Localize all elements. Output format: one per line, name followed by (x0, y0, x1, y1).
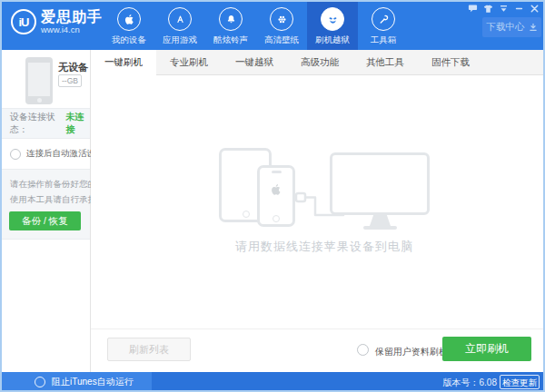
block-itunes-checkbox[interactable] (35, 377, 45, 387)
main-nav: 我的设备 应用游戏 酷炫铃声 高清壁纸 (104, 0, 409, 50)
download-center-button[interactable]: 下载中心 (482, 17, 541, 37)
nav-label: 刷机越狱 (315, 34, 350, 46)
nav-label: 应用游戏 (163, 34, 197, 46)
download-center-label: 下载中心 (487, 21, 525, 34)
flash-now-button[interactable]: 立即刷机 (442, 337, 531, 361)
flash-tab-bar: 一键刷机 专业刷机 一键越狱 高级功能 其他工具 固件下载 (91, 50, 545, 75)
nav-item-flash-jailbreak[interactable]: 刷机越狱 (307, 0, 358, 50)
jailbreak-mask-icon (321, 7, 344, 31)
bell-icon (219, 7, 243, 31)
monitor-illustration (330, 152, 430, 215)
device-name: 无设备 (58, 61, 88, 74)
menu-icon[interactable] (499, 4, 509, 14)
device-info-section: 无设备 --GB (0, 50, 90, 108)
close-icon[interactable] (530, 4, 540, 14)
app-window: iU 爱思助手 www.i4.cn 我的设备 应用游戏 (0, 0, 545, 392)
nav-item-my-device[interactable]: 我的设备 (104, 0, 154, 50)
version-label: 版本号：6.08 (443, 377, 497, 389)
toolbox-icon (372, 7, 395, 31)
apple-icon (117, 7, 141, 31)
iphone-illustration (257, 165, 295, 227)
check-update-button[interactable]: 检查更新 (500, 375, 540, 389)
nav-item-ringtones[interactable]: 酷炫铃声 (205, 0, 256, 50)
block-itunes-section: 阻止iTunes自动运行 (0, 372, 152, 392)
action-bar-divider (91, 328, 545, 329)
phone-speaker (272, 171, 282, 173)
device-sidebar: 无设备 --GB 设备连接状态：未连接 连接后自动激活设备 请在操作前备份好您的… (0, 50, 91, 372)
tab-advanced-features[interactable]: 高级功能 (287, 50, 352, 75)
tab-one-key-jailbreak[interactable]: 一键越狱 (222, 50, 287, 75)
tab-firmware-download[interactable]: 固件下载 (418, 50, 483, 75)
app-website: www.i4.cn (41, 24, 103, 34)
tab-other-tools[interactable]: 其他工具 (352, 50, 418, 75)
phone-icon (25, 57, 53, 104)
keep-user-data-label: 保留用户资料刷机 (375, 346, 448, 358)
nav-label: 我的设备 (112, 34, 146, 46)
flash-main-panel: 请用数据线连接苹果设备到电脑 刷新列表 保留用户资料刷机 立即刷机 (91, 75, 545, 372)
appstore-icon (168, 7, 192, 31)
auto-activate-row: 连接后自动激活设备 (0, 139, 90, 169)
connect-device-illustration: 请用数据线连接苹果设备到电脑 (91, 75, 545, 372)
minimize-icon[interactable] (514, 4, 524, 14)
app-logo: iU 爱思助手 www.i4.cn (11, 9, 103, 34)
tab-pro-flash[interactable]: 专业刷机 (156, 50, 222, 75)
logo-monogram-icon: iU (11, 9, 36, 34)
apple-logo-gray-icon (270, 183, 282, 196)
wallpaper-icon (270, 7, 293, 31)
nav-item-wallpapers[interactable]: 高清壁纸 (256, 0, 307, 50)
window-controls (468, 4, 540, 14)
phone-home-button (272, 215, 280, 222)
backup-notice-section: 请在操作前备份好您的数据 使用本工具请自行承担风险 备份 / 恢复 (0, 169, 90, 240)
connection-status-label: 设备连接状态： (10, 111, 66, 136)
feedback-icon[interactable] (468, 4, 478, 14)
auto-activate-checkbox[interactable] (10, 149, 21, 160)
app-name: 爱思助手 (41, 9, 103, 24)
refresh-list-button[interactable]: 刷新列表 (107, 338, 191, 361)
monitor-stand-base (363, 226, 397, 230)
connection-status-section: 设备连接状态：未连接 (0, 108, 90, 139)
backup-restore-button[interactable]: 备份 / 恢复 (9, 211, 81, 230)
device-capacity-badge: --GB (58, 74, 82, 87)
nav-label: 高清壁纸 (264, 34, 299, 46)
keep-user-data-checkbox[interactable] (357, 344, 369, 356)
nav-label: 工具箱 (371, 34, 397, 46)
logo-text: 爱思助手 www.i4.cn (41, 9, 103, 34)
tab-one-key-flash[interactable]: 一键刷机 (91, 50, 156, 75)
nav-item-toolbox[interactable]: 工具箱 (358, 0, 409, 50)
monitor-stand (370, 215, 391, 226)
header-bar: iU 爱思助手 www.i4.cn 我的设备 应用游戏 (0, 0, 545, 50)
block-itunes-label: 阻止iTunes自动运行 (52, 376, 134, 388)
status-bar: 阻止iTunes自动运行 版本号：6.08 检查更新 (0, 372, 545, 392)
nav-item-apps-games[interactable]: 应用游戏 (154, 0, 205, 50)
connect-device-caption: 请用数据线连接苹果设备到电脑 (91, 239, 545, 255)
connection-status-value: 未连接 (66, 111, 90, 136)
nav-label: 酷炫铃声 (213, 34, 248, 46)
theme-icon[interactable] (483, 4, 493, 14)
download-arrow-icon (529, 23, 538, 32)
